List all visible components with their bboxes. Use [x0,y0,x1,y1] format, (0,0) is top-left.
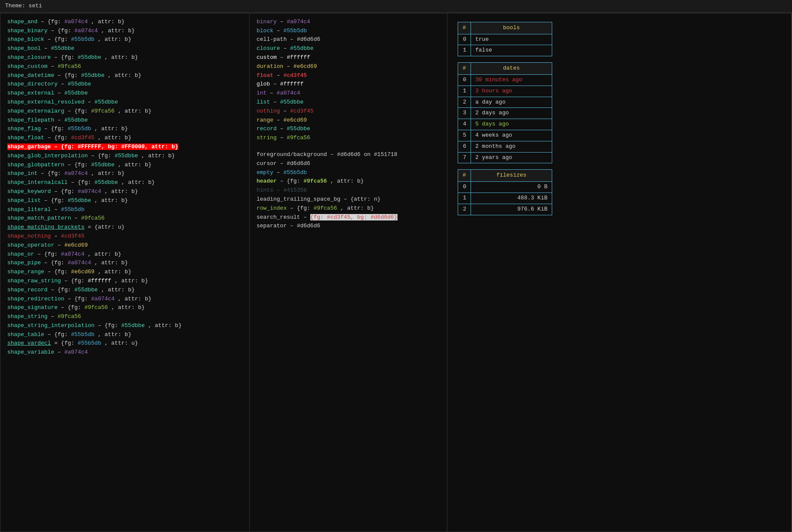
table-row: 2 a day ago [458,97,552,108]
list-item: shape_filepath – #55dbbe [7,116,242,125]
list-item: shape_list – {fg: #55dbbe , attr: b} [7,196,242,205]
table-row: 0 0 B [458,182,552,193]
list-item: shape_closure – {fg: #55dbbe , attr: b} [7,53,242,62]
table-row: 0 true [458,34,552,45]
dates-title: dates [471,63,552,75]
list-item-nothing: shape_nothing – #cd3f45 [7,232,242,241]
right-tables-container: # bools 0 true 1 false [454,18,784,220]
list-item: shape_and – {fg: #a074c4 , attr: b} [7,18,242,27]
list-item-garbage: shape_garbage – {fg: #FFFFFF, bg: #FF000… [7,143,242,152]
table-row: 6 2 months ago [458,141,552,152]
middle-panel: binary – #a074c4 block – #55b5db cell-pa… [250,13,447,532]
list-item: shape_directory – #55dbbe [7,80,242,89]
list-item: shape_string_interpolation – {fg: #55dbb… [7,321,242,330]
list-item-float: float – #cd3f45 [257,71,440,80]
list-item: custom – #ffffff [257,53,440,62]
table-row: 1 3 hours ago [458,86,552,97]
list-item: shape_operator – #e6cd69 [7,241,242,250]
table-row: 1 false [458,45,552,56]
list-item: shape_table – {fg: #55b5db , attr: b} [7,330,242,339]
list-item: row_index – {fg: #9fca56 , attr: b} [257,204,440,213]
list-item: shape_keyword – {fg: #a074c4 , attr: b} [7,187,242,196]
list-item: shape_datetime – {fg: #55dbbe , attr: b} [7,71,242,80]
list-item: shape_bool – #55dbbe [7,44,242,53]
list-item: duration – #e6cd69 [257,62,440,71]
list-item: leading_trailing_space_bg – {attr: n} [257,195,440,204]
table-row: 5 4 weeks ago [458,130,552,141]
list-item: shape_custom – #9fca56 [7,62,242,71]
list-item-header: header – {fg: #9fca56 , attr: b} [257,177,440,186]
bools-hash-header: # [458,22,471,34]
table-row: 4 5 days ago [458,119,552,130]
list-item-search-result: search_result – {fg: #cd3f45, bg: #d6d6d… [257,213,440,222]
dates-table: # dates 0 30 minutes ago 1 3 hours ago 2 [458,62,552,163]
filesizes-title: filesizes [471,170,552,182]
list-item: separator – #d6d6d6 [257,222,440,231]
table-row: 1 488.3 KiB [458,193,552,204]
list-item: list – #55dbbe [257,98,440,107]
list-item-fg-bg: foreground/background – #d6d6d6 on #1517… [257,150,440,159]
list-item: shape_globpattern – {fg: #55dbbe , attr:… [7,161,242,170]
filesizes-hash-header: # [458,170,471,182]
left-panel: shape_and – {fg: #a074c4 , attr: b} shap… [0,13,250,532]
list-item: record – #55dbbe [257,125,440,134]
dates-hash-header: # [458,63,471,75]
list-item: shape_signature – {fg: #9fca56 , attr: b… [7,303,242,312]
theme-header: Theme: seti [0,0,792,13]
list-item: shape_glob_interpolation – {fg: #55dbbe … [7,152,242,161]
list-item: closure – #55dbbe [257,44,440,53]
bools-title: bools [471,22,552,34]
list-item: shape_internalcall – {fg: #55dbbe , attr… [7,178,242,187]
list-item: cursor – #d6d6d6 [257,159,440,168]
list-item: shape_or – {fg: #a074c4 , attr: b} [7,250,242,259]
list-item: shape_binary – {fg: #a074c4 , attr: b} [7,27,242,36]
right-panel: # bools 0 true 1 false [447,13,792,532]
list-item: shape_external_resolved – #55dbbe [7,98,242,107]
list-item: shape_pipe – {fg: #a074c4 , attr: b} [7,259,242,268]
list-item-vardecl: shape_vardecl = {fg: #55b5db , attr: u} [7,339,242,348]
list-item: shape_match_pattern – #9fca56 [7,214,242,223]
filesizes-table: # filesizes 0 0 B 1 488.3 KiB 2 [458,169,552,215]
list-item: int – #a074c4 [257,89,440,98]
list-item-nothing: nothing – #cd3f45 [257,107,440,116]
bools-table: # bools 0 true 1 false [458,22,552,56]
table-row: 3 2 days ago [458,108,552,119]
list-item: shape_redirection – {fg: #a074c4 , attr:… [7,295,242,304]
list-item: shape_raw_string – {fg: #ffffff , attr: … [7,277,242,286]
list-item: glob – #ffffff [257,80,440,89]
list-item-matching-brackets: shape_matching_brackets = {attr: u} [7,223,242,232]
list-item: shape_range – {fg: #e6cd69 , attr: b} [7,268,242,277]
list-item: shape_literal – #55b5db [7,205,242,214]
list-item: cell-path – #d6d6d6 [257,35,440,44]
table-row: 7 2 years ago [458,152,552,163]
list-item-hints: hints – #41535b [257,186,440,195]
list-item: shape_block – {fg: #55b5db , attr: b} [7,35,242,44]
list-item: range – #e6cd69 [257,116,440,125]
list-item: shape_variable – #a074c4 [7,348,242,357]
list-item: shape_external – #55dbbe [7,89,242,98]
list-item: shape_externalarg – {fg: #9fca56 , attr:… [7,107,242,116]
list-item: shape_float – {fg: #cd3f45 , attr: b} [7,134,242,143]
list-item: block – #55b5db [257,27,440,36]
list-item: shape_string – #9fca56 [7,312,242,321]
list-item: empty – #55b5db [257,168,440,177]
list-item: shape_record – {fg: #55dbbe , attr: b} [7,286,242,295]
list-item: shape_flag – {fg: #55b5db , attr: b} [7,125,242,134]
table-row: 0 30 minutes ago [458,74,552,86]
list-item: shape_int – {fg: #a074c4 , attr: b} [7,169,242,178]
list-item: binary – #a074c4 [257,18,440,27]
list-item: string – #9fca56 [257,134,440,143]
table-row: 2 976.6 KiB [458,204,552,215]
